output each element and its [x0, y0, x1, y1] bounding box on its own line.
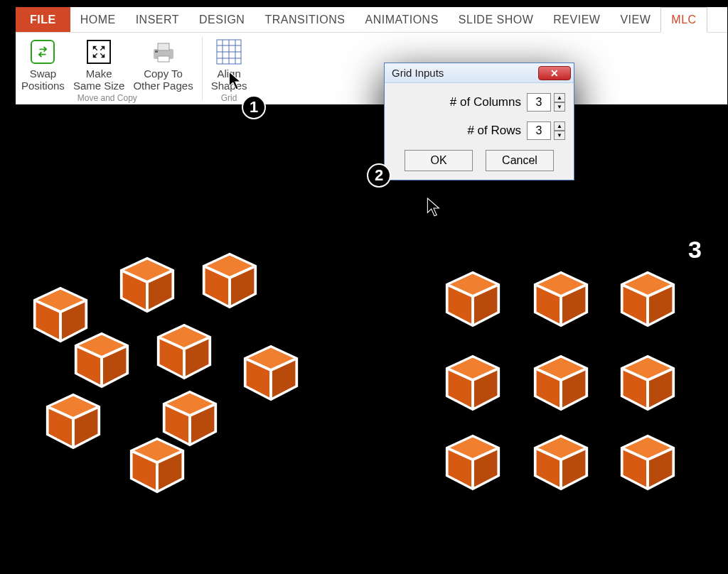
cube-shape[interactable] — [41, 389, 105, 453]
cube-shape[interactable] — [125, 433, 189, 497]
cube-shape[interactable] — [616, 267, 680, 331]
cube-shape[interactable] — [616, 430, 680, 494]
cube-shape[interactable] — [441, 267, 505, 331]
callout-2: 2 — [367, 163, 391, 188]
cube-shape[interactable] — [441, 430, 505, 494]
cube-shape[interactable] — [529, 351, 593, 415]
cube-shape[interactable] — [441, 351, 505, 415]
cube-shape[interactable] — [529, 267, 593, 331]
cube-shape[interactable] — [70, 328, 134, 392]
cube-shape[interactable] — [198, 249, 262, 313]
cursor-icon — [427, 197, 442, 219]
canvas — [0, 0, 728, 574]
cube-shape[interactable] — [239, 341, 303, 405]
cube-shape[interactable] — [152, 320, 216, 384]
cube-shape[interactable] — [616, 351, 680, 415]
callout-1: 1 — [242, 95, 266, 119]
cursor-icon — [228, 71, 244, 92]
cube-shape[interactable] — [115, 253, 179, 317]
cube-shape[interactable] — [529, 430, 593, 494]
